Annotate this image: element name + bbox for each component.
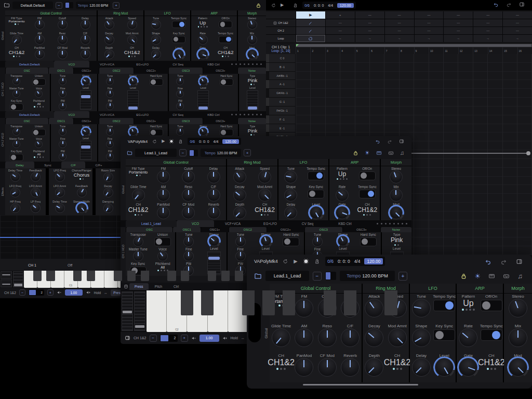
black-key[interactable] <box>208 271 216 281</box>
control-damping[interactable]: Damping <box>96 200 121 215</box>
knob-tune[interactable] <box>59 128 66 136</box>
control-decay[interactable]: Decay <box>363 323 385 353</box>
tab-vco[interactable]: VCO <box>54 111 89 118</box>
enum-value-pitchbend[interactable]: All <box>37 153 41 156</box>
control-tune[interactable]: Tune <box>169 124 192 137</box>
knob-delay-time[interactable] <box>55 203 65 213</box>
folder-icon[interactable] <box>254 272 262 280</box>
toggle-key-sync[interactable] <box>10 103 23 111</box>
control-level[interactable]: Level <box>239 86 266 111</box>
knob-feedback[interactable] <box>31 172 41 182</box>
control-depth[interactable]: Depth <box>363 353 385 382</box>
toggle-off-on[interactable] <box>359 171 376 180</box>
tab-cv-seq[interactable]: CV Seq <box>160 61 195 68</box>
enum-dot[interactable] <box>278 304 281 307</box>
knob-tune[interactable] <box>176 77 184 85</box>
knob-panmod[interactable] <box>295 358 313 377</box>
knob-cf-mod[interactable] <box>318 358 337 377</box>
knob-delay[interactable] <box>412 358 431 377</box>
black-key[interactable] <box>201 290 214 315</box>
knob-pw[interactable] <box>59 153 66 161</box>
fx-tab-sync[interactable]: Sync <box>34 162 61 168</box>
xy-pad[interactable] <box>1 280 12 287</box>
control-fine[interactable]: Fine <box>98 137 121 149</box>
enum-dot[interactable] <box>19 56 20 57</box>
tab-cv-seq[interactable]: CV Seq <box>289 220 326 227</box>
session-cell-dash3[interactable]: --- <box>385 27 414 34</box>
fx-tab-c-f[interactable]: C/F <box>61 162 85 168</box>
control-level[interactable]: Level <box>74 136 97 162</box>
enum-dot[interactable] <box>343 178 344 180</box>
enum-dot[interactable] <box>13 56 15 57</box>
control-shape[interactable]: Shape <box>144 31 167 46</box>
preset-minus-button[interactable]: − <box>313 272 322 281</box>
enum-dot[interactable] <box>225 56 227 57</box>
knob-delay[interactable] <box>151 49 161 59</box>
tab-dot[interactable] <box>406 223 407 224</box>
knob-decay[interactable] <box>103 188 113 197</box>
tab-dot[interactable] <box>252 63 254 65</box>
control-tune[interactable]: Tune <box>98 124 121 137</box>
control-tempo-sync[interactable]: Tempo Sync <box>214 31 237 46</box>
control-shape[interactable]: Shape <box>192 124 215 136</box>
session-cell-dash3[interactable]: --- <box>415 27 444 34</box>
undo-icon[interactable] <box>375 139 380 144</box>
octave-minus-button[interactable]: − <box>150 335 157 342</box>
enum-dot[interactable] <box>134 56 136 57</box>
control-level[interactable]: Level <box>192 86 215 111</box>
knob-cf-mod[interactable] <box>182 206 195 219</box>
subtab-osc1[interactable]: OSC1 <box>172 227 201 232</box>
undo-icon[interactable] <box>493 2 499 7</box>
knob-fine[interactable] <box>106 90 114 98</box>
tab-eg-lfo[interactable]: EG+LFO <box>251 220 289 227</box>
horizontal-scroll-indicator[interactable] <box>303 384 418 385</box>
knob-shape[interactable] <box>338 236 348 246</box>
enum-dot[interactable] <box>346 178 348 180</box>
tempo-display[interactable]: Tempo 120.00 BPM <box>76 2 110 9</box>
enum-dot[interactable] <box>79 178 81 180</box>
enum-value-fm-type[interactable]: Portamento <box>129 170 148 174</box>
knob-level[interactable] <box>174 49 184 59</box>
play-button[interactable]: ▶ <box>294 259 297 264</box>
subtab-noise[interactable]: Noise <box>237 68 266 74</box>
control-tune[interactable]: Tune <box>98 74 121 86</box>
control-speed[interactable]: Speed <box>121 16 143 31</box>
knob-glide-time[interactable] <box>12 35 22 45</box>
enum-value-ch[interactable]: CH1&2 <box>384 358 411 367</box>
control-level[interactable]: Level <box>74 86 97 111</box>
piano-icon[interactable] <box>488 273 495 280</box>
enum-dot[interactable] <box>157 270 159 271</box>
knob-tune[interactable] <box>183 236 194 247</box>
subtab-osc2-[interactable]: OSC2+ <box>134 68 168 74</box>
subtab-noise[interactable]: Noise <box>380 227 411 232</box>
subtab-noise[interactable]: Noise <box>237 118 266 124</box>
knob-gate[interactable] <box>336 206 349 219</box>
knob-stereo-width[interactable] <box>77 203 87 213</box>
black-key[interactable] <box>283 290 295 315</box>
control-voice[interactable]: Voice <box>150 247 175 261</box>
pads-icon[interactable] <box>388 150 394 156</box>
enum-dot[interactable] <box>164 270 165 271</box>
control-glide-time[interactable]: Glide Time <box>126 184 151 203</box>
control-depth[interactable]: Depth <box>98 46 121 61</box>
enum-value-ch[interactable]: CH1&2 <box>124 49 140 55</box>
control-tune[interactable]: Tune <box>228 232 253 247</box>
session-row-header-loop[interactable]: Loop <box>266 35 296 42</box>
enum-dot[interactable] <box>250 134 252 136</box>
session-cell-dash3[interactable]: --- <box>444 19 473 26</box>
hold-button[interactable]: Hold <box>94 291 101 295</box>
enum-dot[interactable] <box>18 23 19 25</box>
knob-reso[interactable] <box>182 189 195 202</box>
octave-minus-button[interactable]: − <box>19 289 25 296</box>
knob-reverb[interactable] <box>341 358 360 377</box>
preset-plus-button[interactable]: + <box>113 2 119 9</box>
enum-dot[interactable] <box>43 106 44 108</box>
knob-shape[interactable] <box>151 35 161 45</box>
knob-tune[interactable] <box>312 236 323 247</box>
control-decay[interactable]: Decay <box>98 31 121 46</box>
knob-tune[interactable] <box>59 77 66 85</box>
enum-dot[interactable] <box>473 309 475 311</box>
tab-eg-lfo[interactable]: EG+LFO <box>125 61 160 68</box>
control-pitchbend[interactable]: PitchbendAll <box>28 99 50 111</box>
tab-dot[interactable] <box>377 223 378 224</box>
